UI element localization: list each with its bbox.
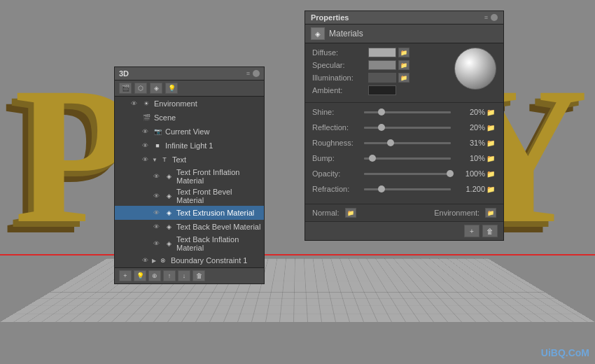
- constraint-icon: ⊗: [158, 255, 169, 265]
- eye-icon-text-front-bevel[interactable]: 👁: [151, 191, 161, 201]
- tree-item-text-extrusion[interactable]: 👁 ◈ Text Extrusion Material: [115, 206, 264, 220]
- material-icon-front-inflation: ◈: [163, 172, 174, 181]
- reflection-folder-btn[interactable]: 📁: [485, 122, 496, 132]
- bump-label: Bump:: [312, 154, 361, 162]
- panel-3d-toolbar: 🎬 ⬡ ◈ 💡: [115, 80, 264, 97]
- shine-folder-btn[interactable]: 📁: [485, 107, 496, 117]
- bump-slider[interactable]: [364, 158, 451, 160]
- normal-folder-btn[interactable]: 📁: [345, 208, 356, 218]
- shine-value: 20%: [454, 108, 485, 116]
- material-icon[interactable]: ◈: [150, 83, 162, 94]
- camera-icon: 📷: [152, 127, 163, 136]
- add-scene-icon[interactable]: +: [119, 270, 132, 281]
- ambient-swatch[interactable]: [368, 85, 396, 95]
- eye-icon-text-back-bevel[interactable]: 👁: [151, 222, 161, 232]
- tree-item-current-view[interactable]: 👁 📷 Current View: [115, 125, 264, 139]
- sun-icon: ☀: [141, 99, 152, 108]
- roughness-value: 31%: [454, 139, 485, 147]
- bump-value: 10%: [454, 154, 485, 162]
- scene-view-icon[interactable]: 🎬: [119, 83, 132, 94]
- props-bottom-section: Normal: 📁 Environment: 📁: [305, 204, 503, 221]
- mesh-icon[interactable]: ⬡: [134, 83, 147, 94]
- opacity-label: Opacity:: [312, 169, 361, 178]
- eye-icon-current-view[interactable]: 👁: [140, 127, 150, 136]
- tree-item-scene[interactable]: 👁 🎬 Scene: [115, 111, 264, 125]
- refraction-folder-btn[interactable]: 📁: [485, 184, 496, 194]
- add-light-btn[interactable]: 💡: [134, 270, 146, 281]
- tree-item-text-back-bevel[interactable]: 👁 ◈ Text Back Bevel Material: [115, 220, 264, 234]
- opacity-slider[interactable]: [364, 173, 451, 175]
- shine-row: Shine: 20% 📁: [312, 107, 496, 117]
- eye-icon-text-extrusion[interactable]: 👁: [151, 208, 161, 218]
- eye-icon-infinite-light[interactable]: 👁: [140, 141, 150, 150]
- material-sphere-preview: [454, 48, 496, 90]
- light-icon[interactable]: 💡: [165, 83, 178, 94]
- axis-red-line: [0, 254, 595, 255]
- reflection-label: Reflection:: [312, 123, 361, 132]
- roughness-folder-btn[interactable]: 📁: [485, 138, 496, 148]
- delete-icon[interactable]: 🗑: [192, 270, 205, 281]
- specular-folder-btn[interactable]: 📁: [398, 60, 410, 70]
- illumination-row: Illumination: 📁: [312, 73, 454, 83]
- illumination-folder-btn[interactable]: 📁: [398, 73, 410, 83]
- panel-3d-header[interactable]: 3D ≡: [115, 67, 264, 80]
- specular-swatch[interactable]: [368, 60, 396, 70]
- bump-row: Bump: 10% 📁: [312, 153, 496, 163]
- props-expand-icon[interactable]: ≡: [484, 14, 488, 21]
- tree-label-text-extrusion: Text Extrusion Material: [176, 209, 254, 217]
- move-up-icon[interactable]: ↑: [163, 270, 176, 281]
- environment-folder-btn[interactable]: 📁: [485, 208, 496, 218]
- footer-delete-btn[interactable]: 🗑: [482, 225, 498, 237]
- diffuse-folder-btn[interactable]: 📁: [398, 48, 410, 57]
- opacity-value: 100%: [454, 169, 485, 178]
- footer-add-btn[interactable]: +: [464, 225, 479, 237]
- panel-3d-title: 3D: [119, 69, 129, 78]
- diffuse-swatch[interactable]: [368, 48, 396, 57]
- reflection-slider[interactable]: [364, 127, 451, 129]
- tree-item-text-back-inflation[interactable]: 👁 ◈ Text Back Inflation Material: [115, 234, 264, 253]
- refraction-slider[interactable]: [364, 188, 451, 190]
- roughness-row: Roughness: 31% 📁: [312, 138, 496, 148]
- refraction-label: Refraction:: [312, 185, 361, 193]
- materials-tab-icon: ◈: [311, 27, 325, 40]
- scene-icon: 🎬: [141, 113, 152, 122]
- reflection-value: 20%: [454, 123, 485, 132]
- panel-3d-header-icons: ≡: [246, 70, 260, 77]
- tree-item-environment[interactable]: 👁 ☀ Environment: [115, 97, 264, 111]
- light-icon: ■: [152, 141, 163, 150]
- eye-icon-text-back-inflation[interactable]: 👁: [151, 239, 161, 248]
- sliders-section: Shine: 20% 📁 Reflection: 20% 📁: [305, 103, 503, 204]
- props-close-icon[interactable]: [491, 14, 498, 21]
- tree-label-text-front-inflation: Text Front Inflation Material: [176, 168, 261, 185]
- tree-item-infinite-light[interactable]: 👁 ■ Infinite Light 1: [115, 139, 264, 153]
- props-title: Properties: [311, 13, 349, 22]
- panel-expand-icon[interactable]: ≡: [246, 70, 250, 77]
- refraction-value: 1.200: [454, 185, 485, 193]
- tree-label-text-back-inflation: Text Back Inflation Material: [176, 235, 261, 252]
- tree-item-text[interactable]: 👁 ▼ T Text: [115, 153, 264, 167]
- eye-icon-text-front-inflation[interactable]: 👁: [151, 172, 161, 181]
- move-down-icon[interactable]: ↓: [178, 270, 190, 281]
- eye-icon-text[interactable]: 👁: [140, 155, 150, 164]
- props-tab-materials[interactable]: ◈ Materials: [305, 24, 503, 43]
- eye-icon-boundary[interactable]: 👁: [140, 255, 150, 265]
- illumination-label: Illumination:: [312, 74, 368, 82]
- eye-icon-environment[interactable]: 👁: [129, 99, 139, 108]
- material-icon-back-bevel: ◈: [163, 222, 174, 232]
- panel-close-icon[interactable]: [253, 70, 260, 77]
- watermark: UiBQ.CoM: [541, 347, 589, 358]
- roughness-slider[interactable]: [364, 142, 451, 144]
- tree-item-text-front-bevel[interactable]: 👁 ◈ Text Front Bevel Material: [115, 186, 264, 206]
- opacity-folder-btn[interactable]: 📁: [485, 169, 496, 178]
- diffuse-label: Diffuse:: [312, 48, 368, 57]
- tree-label-boundary: Boundary Constraint 1: [171, 256, 247, 265]
- props-footer: + 🗑: [305, 221, 503, 240]
- bump-folder-btn[interactable]: 📁: [485, 153, 496, 163]
- tree-item-boundary-constraint[interactable]: 👁 ▶ ⊗ Boundary Constraint 1: [115, 253, 264, 267]
- specular-label: Specular:: [312, 61, 368, 69]
- tree-item-text-front-inflation[interactable]: 👁 ◈ Text Front Inflation Material: [115, 167, 264, 186]
- add-constraint-btn[interactable]: ⊕: [148, 270, 161, 281]
- illumination-swatch[interactable]: [368, 73, 396, 83]
- props-header[interactable]: Properties ≡: [305, 11, 503, 24]
- shine-slider[interactable]: [364, 111, 451, 113]
